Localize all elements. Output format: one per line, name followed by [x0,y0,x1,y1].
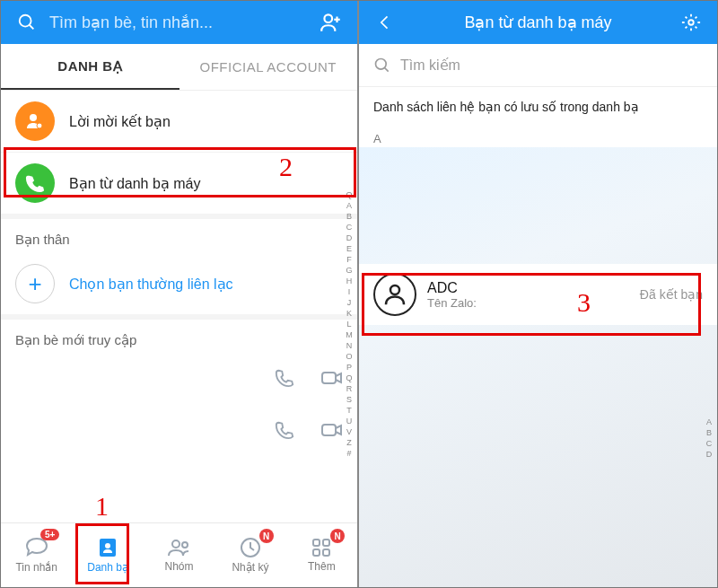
recent-access-label: Bạn bè mới truy cập [1,314,357,354]
alpha-index-right[interactable]: ABCD [703,417,715,460]
nav-label: Danh bạ [87,561,128,574]
svg-point-11 [172,540,180,548]
friend-requests-row[interactable]: Lời mời kết bạn [1,91,357,153]
friend-requests-icon [15,101,55,141]
contact-name: ADC [427,280,629,296]
choose-frequent-row[interactable]: + Chọn bạn thường liên lạc [1,253,357,314]
call-icon[interactable] [275,368,294,391]
nav-diary[interactable]: N Nhật ký [215,523,285,587]
badge: 5+ [40,529,59,540]
svg-point-6 [37,123,42,128]
recent-item[interactable] [15,406,343,458]
letter-header: A [359,127,717,147]
contact-zalo-label: Tên Zalo: [427,296,629,310]
nav-more[interactable]: N Thêm [286,523,357,587]
choose-frequent-label: Chọn bạn thường liên lạc [69,276,233,293]
nav-contacts[interactable]: Danh bạ [72,523,143,587]
callout-3-num: 3 [577,287,591,318]
svg-point-0 [20,15,31,27]
tab-official-account[interactable]: OFFICIAL ACCOUNT [180,44,358,90]
svg-rect-16 [313,549,320,556]
alpha-index[interactable]: QABCDEFGHIJKLMNOPQRSTUVZ# [343,189,355,459]
search-input[interactable] [49,13,316,32]
svg-rect-8 [322,425,336,435]
back-icon[interactable] [370,13,400,31]
phone-contacts-row[interactable]: Bạn từ danh bạ máy [1,153,357,214]
avatar-icon [373,273,416,316]
nav-label: Thêm [308,560,336,573]
svg-rect-15 [323,540,329,546]
add-icon: + [15,264,55,303]
nav-label: Nhật ký [232,561,268,574]
search-row[interactable]: Tìm kiếm [359,44,717,87]
nav-messages[interactable]: 5+ Tin nhắn [1,523,72,587]
contact-row[interactable]: ADC Tên Zalo: Đã kết bạn [359,264,717,325]
badge: N [330,529,345,543]
svg-rect-17 [323,549,329,556]
nav-label: Nhóm [165,560,194,573]
badge: N [259,529,274,543]
svg-point-2 [324,14,332,22]
contact-status: Đã kết bạn [640,287,703,302]
nav-groups[interactable]: Nhóm [144,523,215,587]
friend-requests-label: Lời mời kết bạn [69,113,171,130]
video-icon[interactable] [321,421,343,443]
search-placeholder: Tìm kiếm [400,57,460,74]
svg-point-10 [105,543,110,549]
right-header: Bạn từ danh bạ máy [359,1,717,44]
svg-rect-14 [313,540,320,546]
svg-point-21 [390,285,399,294]
phone-contacts-label: Bạn từ danh bạ máy [69,175,201,192]
nav-label: Tin nhắn [15,561,57,574]
video-icon[interactable] [321,369,343,391]
call-icon[interactable] [275,420,294,443]
gear-icon[interactable] [676,13,706,32]
recent-list [1,354,357,458]
svg-line-1 [30,25,34,30]
description: Danh sách liên hệ bạn có lưu số trong da… [359,87,717,127]
svg-rect-7 [322,373,336,383]
bottom-nav: 5+ Tin nhắn Danh bạ Nhóm N Nhật ký N Thê… [1,522,357,587]
svg-point-18 [688,20,694,25]
tab-contacts[interactable]: DANH BẠ [1,44,180,90]
screen-phone-contacts: Bạn từ danh bạ máy Tìm kiếm Danh sách li… [359,1,717,587]
screen-contacts: DANH BẠ OFFICIAL ACCOUNT Lời mời kết bạn… [1,1,359,587]
callout-1-num: 1 [95,491,109,522]
page-title: Bạn từ danh bạ máy [400,13,676,32]
svg-point-5 [30,114,37,121]
phone-contacts-icon [15,163,55,203]
svg-line-20 [385,67,389,71]
right-body: ADC Tên Zalo: Đã kết bạn ABCD [359,147,717,587]
left-header [1,1,357,44]
svg-point-19 [376,58,387,69]
add-friend-icon[interactable] [316,11,346,34]
search-icon[interactable] [12,13,42,32]
tabs: DANH BẠ OFFICIAL ACCOUNT [1,44,357,91]
recent-item[interactable] [15,354,343,406]
svg-point-12 [182,542,188,548]
close-friends-label: Bạn thân [1,214,357,253]
callout-2-num: 2 [279,152,293,182]
